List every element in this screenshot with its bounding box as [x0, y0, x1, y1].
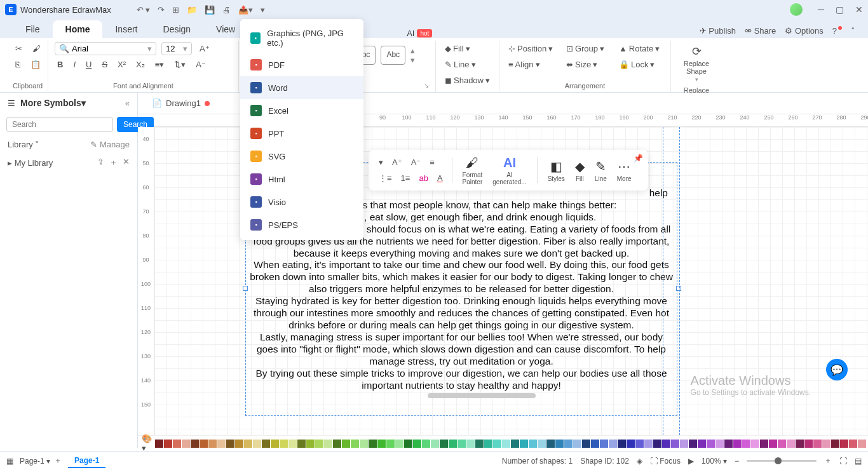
- fit-page-icon[interactable]: ⛶: [839, 457, 847, 466]
- style-preset-3[interactable]: Abc: [381, 46, 405, 65]
- print-icon[interactable]: 🖨: [222, 5, 231, 15]
- pin-icon[interactable]: 📌: [634, 154, 643, 163]
- color-swatch[interactable]: [235, 440, 243, 448]
- color-swatch[interactable]: [591, 440, 599, 448]
- underline-icon[interactable]: U: [83, 58, 94, 71]
- color-swatch[interactable]: [707, 440, 715, 448]
- color-swatch[interactable]: [502, 440, 510, 448]
- color-swatch[interactable]: [404, 440, 412, 448]
- align-dropdown[interactable]: ≡ Align▾: [506, 58, 559, 71]
- library-close-icon[interactable]: ✕: [123, 157, 130, 168]
- copy-icon[interactable]: ⎘: [13, 58, 23, 71]
- color-swatch[interactable]: [351, 440, 359, 448]
- bullets-icon[interactable]: ≡▾: [153, 58, 167, 71]
- ft-format-painter[interactable]: 🖌Format Painter: [459, 154, 487, 187]
- export-item-graphics-png-jpg-etc-[interactable]: ▪Graphics (PNG, JPG etc.): [240, 23, 363, 53]
- tab-file[interactable]: File: [13, 20, 53, 38]
- fill-dropdown[interactable]: ◆ Fill ▾: [442, 42, 473, 55]
- maximize-icon[interactable]: ▢: [836, 4, 844, 15]
- share-button[interactable]: ⚮ Share: [745, 26, 776, 36]
- color-swatch[interactable]: [182, 440, 190, 448]
- color-swatch[interactable]: [698, 440, 706, 448]
- decrease-font-icon[interactable]: A⁻: [193, 58, 208, 71]
- color-swatch[interactable]: [342, 440, 350, 448]
- bold-icon[interactable]: B: [55, 58, 65, 71]
- color-swatch[interactable]: [208, 440, 217, 448]
- export-item-ps-eps[interactable]: ▪PS/EPS: [240, 213, 363, 236]
- open-icon[interactable]: 📁: [187, 5, 197, 15]
- tab-design[interactable]: Design: [150, 20, 203, 38]
- color-swatch[interactable]: [822, 440, 831, 448]
- export-item-excel[interactable]: ▪Excel: [240, 99, 363, 122]
- shadow-dropdown[interactable]: ◼ Shadow ▾: [442, 74, 492, 87]
- subscript-icon[interactable]: X₂: [133, 58, 147, 71]
- color-swatch[interactable]: [484, 440, 492, 448]
- properties-icon[interactable]: ▤: [855, 457, 862, 466]
- color-swatch[interactable]: [796, 440, 804, 448]
- my-library-item[interactable]: ▸ My Library: [8, 158, 53, 168]
- color-swatch[interactable]: [662, 440, 670, 448]
- color-swatch[interactable]: [742, 440, 750, 448]
- color-swatch[interactable]: [858, 440, 866, 448]
- export-icon[interactable]: 📤▾: [238, 5, 253, 15]
- line-spacing-icon[interactable]: ⇅▾: [172, 58, 188, 71]
- color-swatch[interactable]: [413, 440, 421, 448]
- color-swatch[interactable]: [511, 440, 519, 448]
- color-swatch[interactable]: [333, 440, 341, 448]
- ft-styles[interactable]: ◧Styles: [544, 158, 569, 184]
- color-swatch[interactable]: [280, 440, 288, 448]
- color-swatch[interactable]: [466, 440, 475, 448]
- color-swatch[interactable]: [386, 440, 395, 448]
- color-swatch[interactable]: [680, 440, 688, 448]
- ft-numbered-icon[interactable]: 1≡: [398, 171, 413, 185]
- position-dropdown[interactable]: ⊹ Position▾: [506, 42, 559, 55]
- color-swatch[interactable]: [191, 440, 199, 448]
- publish-button[interactable]: ✈ Publish: [700, 26, 736, 36]
- color-swatch[interactable]: [813, 440, 822, 448]
- color-swatch[interactable]: [262, 440, 270, 448]
- font-family-input[interactable]: 🔍▾: [55, 42, 156, 55]
- color-swatch[interactable]: [831, 440, 839, 448]
- color-swatch[interactable]: [804, 440, 813, 448]
- color-swatch[interactable]: [555, 440, 564, 448]
- color-swatch[interactable]: [715, 440, 724, 448]
- color-swatch[interactable]: [653, 440, 661, 448]
- user-avatar-icon[interactable]: [790, 3, 803, 16]
- font-size-input[interactable]: ▾: [161, 42, 192, 55]
- color-swatch[interactable]: [493, 440, 501, 448]
- color-swatch[interactable]: [627, 440, 635, 448]
- color-swatch[interactable]: [226, 440, 234, 448]
- color-swatch[interactable]: [689, 440, 697, 448]
- color-swatch[interactable]: [760, 440, 768, 448]
- tab-home[interactable]: Home: [53, 20, 103, 38]
- color-swatch[interactable]: [369, 440, 377, 448]
- ft-font-color-icon[interactable]: A: [435, 171, 445, 185]
- ft-increase-font-icon[interactable]: A⁺: [390, 156, 405, 169]
- color-swatch[interactable]: [778, 440, 786, 448]
- color-swatch[interactable]: [529, 440, 537, 448]
- color-swatch[interactable]: [217, 440, 226, 448]
- color-swatch[interactable]: [564, 440, 573, 448]
- color-swatch[interactable]: [582, 440, 590, 448]
- export-item-ppt[interactable]: ▪PPT: [240, 122, 363, 145]
- color-swatch[interactable]: [449, 440, 457, 448]
- page-layout-icon[interactable]: ▦: [6, 457, 13, 466]
- line-dropdown[interactable]: ✎ Line ▾: [442, 58, 478, 71]
- options-button[interactable]: ⚙ Options: [785, 26, 823, 36]
- color-swatch[interactable]: [395, 440, 403, 448]
- chat-fab-icon[interactable]: 💬: [826, 359, 848, 380]
- group-dropdown[interactable]: ⊡ Group▾: [564, 42, 611, 55]
- increase-font-icon[interactable]: A⁺: [197, 42, 212, 55]
- library-add-icon[interactable]: ＋: [109, 157, 118, 168]
- ft-align-icon[interactable]: ≡: [427, 156, 437, 169]
- symbol-search-input[interactable]: [6, 117, 113, 132]
- more-symbols-dropdown[interactable]: More Symbols▾: [20, 98, 86, 108]
- ft-more[interactable]: ⋯More: [613, 158, 635, 184]
- strikethrough-icon[interactable]: S: [99, 58, 110, 71]
- export-item-word[interactable]: ▪Word: [240, 76, 363, 99]
- color-swatch[interactable]: [431, 440, 439, 448]
- page-dropdown[interactable]: Page-1 ▾: [20, 457, 50, 466]
- ft-ai-generated[interactable]: AIAI generated...: [489, 154, 530, 187]
- export-item-html[interactable]: ▪Html: [240, 168, 363, 191]
- color-swatch[interactable]: [769, 440, 777, 448]
